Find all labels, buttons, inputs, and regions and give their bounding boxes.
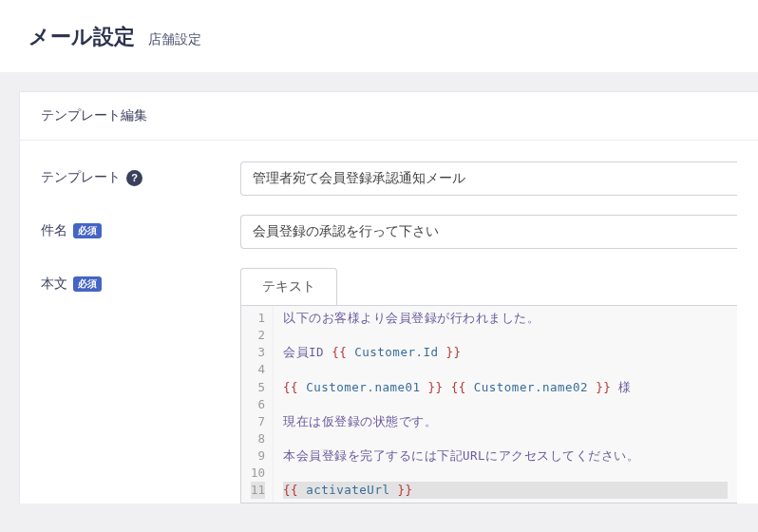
template-input[interactable]: [240, 162, 737, 196]
code-line[interactable]: 現在は仮登録の状態です。: [283, 413, 728, 430]
editor-code[interactable]: 以下のお客様より会員登録が行われました。 会員ID {{ Customer.Id…: [274, 306, 737, 503]
code-line[interactable]: [283, 327, 728, 344]
row-subject: 件名 必須: [41, 215, 737, 249]
required-badge: 必須: [73, 276, 102, 292]
line-number: 11: [251, 482, 265, 499]
code-line[interactable]: {{ activateUrl }}: [283, 482, 728, 499]
code-editor[interactable]: 1234567891011 以下のお客様より会員登録が行われました。 会員ID …: [240, 305, 737, 504]
tab-text[interactable]: テキスト: [240, 268, 337, 305]
editor-gutter: 1234567891011: [241, 306, 274, 503]
line-number: 6: [251, 396, 265, 413]
subject-input[interactable]: [240, 215, 737, 249]
code-line[interactable]: 本会員登録を完了するには下記URLにアクセスしてください。: [283, 447, 728, 465]
row-body: 本文 必須 テキスト 1234567891011 以下のお客様より会員登録が行わ…: [41, 268, 737, 504]
subject-label: 件名 必須: [41, 215, 240, 239]
template-label-text: テンプレート: [41, 169, 121, 186]
template-label: テンプレート ?: [41, 162, 240, 186]
code-line[interactable]: [283, 430, 728, 447]
line-number: 1: [251, 310, 265, 327]
line-number: 2: [251, 327, 265, 344]
code-line[interactable]: [283, 361, 728, 378]
code-line[interactable]: 以下のお客様より会員登録が行われました。: [283, 310, 728, 327]
line-number: 10: [251, 465, 265, 482]
code-line[interactable]: {{ Customer.name01 }} {{ Customer.name02…: [283, 379, 728, 396]
body-label: 本文 必須: [41, 268, 240, 293]
panel-body: テンプレート ? 件名 必須 本文 必須 テキスト: [20, 141, 758, 504]
page-header: メール設定 店舗設定: [0, 0, 758, 72]
required-badge: 必須: [73, 223, 102, 238]
line-number: 9: [251, 447, 265, 465]
line-number: 5: [251, 379, 265, 396]
line-number: 3: [251, 344, 265, 361]
template-edit-panel: テンプレート編集 テンプレート ? 件名 必須 本文 必須: [19, 91, 758, 504]
page-subtitle: 店舗設定: [148, 31, 201, 48]
code-line[interactable]: 会員ID {{ Customer.Id }}: [283, 344, 728, 361]
code-line[interactable]: [283, 396, 728, 413]
line-number: 8: [251, 430, 265, 447]
code-line[interactable]: [283, 465, 728, 482]
help-icon[interactable]: ?: [126, 170, 142, 186]
editor-tabs: テキスト: [240, 268, 737, 305]
page-title: メール設定: [28, 23, 135, 51]
line-number: 7: [251, 413, 265, 430]
panel-title: テンプレート編集: [20, 92, 758, 141]
line-number: 4: [251, 361, 265, 378]
subject-label-text: 件名: [41, 222, 67, 239]
row-template: テンプレート ?: [41, 162, 737, 196]
body-label-text: 本文: [41, 276, 67, 293]
